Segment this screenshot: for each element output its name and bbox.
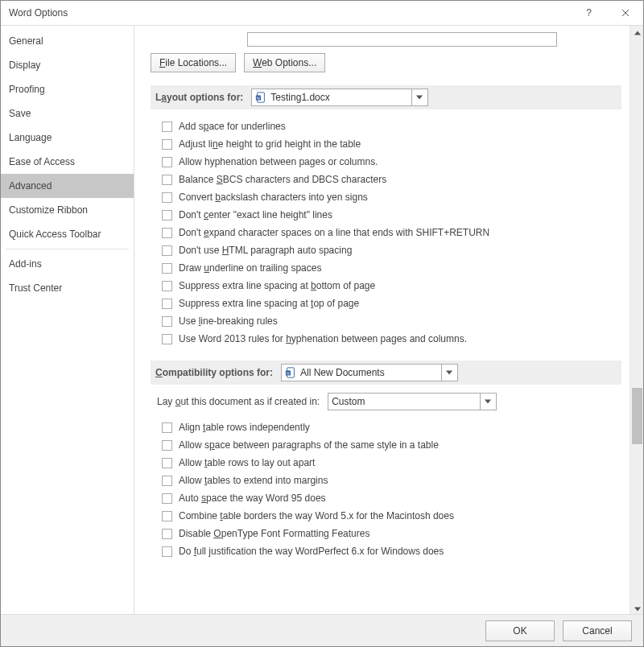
checkbox-label: Do full justification the way WordPerfec… [179,546,444,557]
close-button[interactable] [607,1,643,25]
compat-options-label: Compatibility options for: [155,367,273,378]
sidebar-item-advanced[interactable]: Advanced [1,174,134,198]
checkbox-box [162,139,172,150]
checkbox-box [162,458,172,468]
checkbox-label: Align table rows independently [179,422,310,433]
layout-check-0[interactable]: Add space for underlines [162,117,621,135]
vertical-scrollbar[interactable] [630,26,643,616]
layout-check-4[interactable]: Convert backslash characters into yen si… [162,188,621,206]
layout-check-8[interactable]: Draw underline on trailing spaces [162,259,621,277]
checkbox-box [162,334,172,344]
checkbox-box [162,281,172,291]
section-header-layout: Layout options for: W Testing1.docx [151,85,621,109]
sidebar-separator [6,249,129,249]
scroll-area: File Locations... Web Options... Layout … [134,26,630,616]
dropdown-arrow-icon [411,89,426,105]
compat-check-0[interactable]: Align table rows independently [162,418,621,436]
checkbox-box [162,422,172,433]
layout-check-1[interactable]: Adjust line height to grid height in the… [162,135,621,153]
compat-options-document-combo[interactable]: W All New Documents [281,364,458,381]
layout-as-combo[interactable]: Custom [328,393,497,410]
checkbox-label: Use line-breaking rules [179,315,278,327]
checkbox-label: Adjust line height to grid height in the… [179,138,361,150]
checkbox-box [162,192,172,203]
checkbox-box [162,299,172,309]
dropdown-arrow-icon [480,394,494,410]
compat-check-5[interactable]: Combine table borders the way Word 5.x f… [162,507,621,525]
window-title: Word Options [9,7,571,19]
checkbox-box [162,228,172,238]
sidebar-item-proofing[interactable]: Proofing [1,77,134,101]
layout-options-document-combo[interactable]: W Testing1.docx [251,89,428,106]
checkbox-box [162,263,172,274]
close-icon [621,9,630,17]
layout-checkboxes: Add space for underlinesAdjust line heig… [162,117,621,348]
compat-check-2[interactable]: Allow table rows to lay out apart [162,454,621,472]
file-locations-button[interactable]: File Locations... [151,53,236,72]
layout-check-10[interactable]: Suppress extra line spacing at top of pa… [162,295,621,312]
checkbox-label: Don't center "exact line height" lines [179,209,332,220]
checkbox-label: Don't expand character spaces on a line … [179,227,489,238]
help-button[interactable]: ? [571,1,607,25]
word-doc-icon: W [285,367,296,378]
compat-check-3[interactable]: Allow tables to extend into margins [162,472,621,489]
ok-button[interactable]: OK [485,620,555,641]
compat-check-6[interactable]: Disable OpenType Font Formatting Feature… [162,525,621,542]
compat-check-1[interactable]: Allow space between paragraphs of the sa… [162,436,621,454]
compat-check-7[interactable]: Do full justification the way WordPerfec… [162,542,621,560]
checkbox-label: Allow hyphenation between pages or colum… [179,156,378,167]
checkbox-box [162,476,172,486]
layout-check-11[interactable]: Use line-breaking rules [162,312,621,330]
layout-check-12[interactable]: Use Word 2013 rules for hyphenation betw… [162,330,621,348]
web-options-button[interactable]: Web Options... [244,53,325,72]
layout-check-2[interactable]: Allow hyphenation between pages or colum… [162,153,621,171]
layout-as-row: Lay out this document as if created in: … [157,393,621,410]
layout-check-9[interactable]: Suppress extra line spacing at bottom of… [162,277,621,295]
checkbox-label: Add space for underlines [179,121,286,132]
combo-value: Custom [332,396,476,407]
scrollbar-thumb[interactable] [632,388,642,444]
checkbox-box [162,316,172,327]
checkbox-label: Don't use HTML paragraph auto spacing [179,245,352,256]
layout-check-5[interactable]: Don't center "exact line height" lines [162,206,621,224]
sidebar-item-general[interactable]: General [1,29,134,53]
layout-check-3[interactable]: Balance SBCS characters and DBCS charact… [162,171,621,188]
checkbox-box [162,546,172,557]
scroll-up-arrow-icon[interactable] [630,26,643,39]
section-header-compat: Compatibility options for: W All New Doc… [151,361,621,385]
dropdown-arrow-icon [441,365,456,381]
dialog-footer: OK Cancel [1,614,643,646]
sidebar-item-customize-ribbon[interactable]: Customize Ribbon [1,198,134,222]
sidebar-item-save[interactable]: Save [1,101,134,126]
checkbox-box [162,493,172,504]
sidebar-item-quick-access-toolbar[interactable]: Quick Access Toolbar [1,222,134,246]
checkbox-box [162,210,172,220]
sidebar-item-ease-of-access[interactable]: Ease of Access [1,150,134,174]
checkbox-label: Disable OpenType Font Formatting Feature… [179,528,369,539]
layout-options-label: Layout options for: [155,92,243,103]
checkbox-label: Auto space the way Word 95 does [179,492,326,504]
compat-check-4[interactable]: Auto space the way Word 95 does [162,489,621,507]
sidebar-item-display[interactable]: Display [1,53,134,77]
checkbox-label: Allow tables to extend into margins [179,475,328,486]
checkbox-box [162,529,172,539]
layout-check-7[interactable]: Don't use HTML paragraph auto spacing [162,241,621,259]
cancel-button[interactable]: Cancel [563,620,632,641]
checkbox-label: Allow space between paragraphs of the sa… [179,439,439,451]
svg-text:W: W [257,96,261,101]
checkbox-label: Convert backslash characters into yen si… [179,192,368,203]
sidebar-item-add-ins[interactable]: Add-ins [1,252,134,276]
sidebar: General Display Proofing Save Language E… [1,26,134,616]
checkbox-box [162,440,172,451]
checkbox-box [162,175,172,185]
dialog-body: General Display Proofing Save Language E… [1,25,643,616]
unlabeled-text-input[interactable] [247,32,557,47]
sidebar-item-language[interactable]: Language [1,126,134,150]
checkbox-label: Suppress extra line spacing at bottom of… [179,280,375,291]
checkbox-label: Suppress extra line spacing at top of pa… [179,298,359,309]
layout-check-6[interactable]: Don't expand character spaces on a line … [162,224,621,241]
checkbox-label: Combine table borders the way Word 5.x f… [179,510,454,521]
checkbox-box [162,157,172,167]
sidebar-item-trust-center[interactable]: Trust Center [1,276,134,300]
checkbox-box [162,245,172,256]
